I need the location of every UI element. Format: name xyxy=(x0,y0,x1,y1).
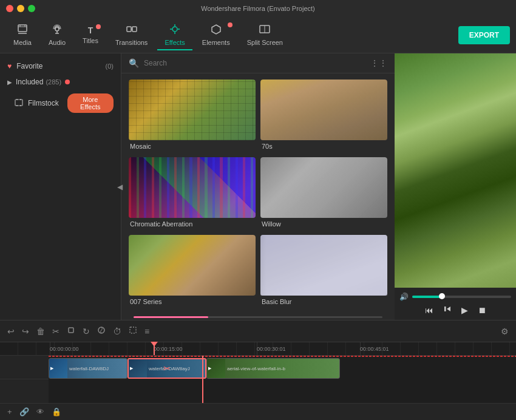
scroll-indicator xyxy=(134,316,382,318)
maximize-button[interactable] xyxy=(28,5,35,12)
media-label: Media xyxy=(13,39,32,46)
effect-thumb-chromatic xyxy=(129,157,256,218)
cut-button[interactable]: ✂ xyxy=(52,327,59,336)
svg-rect-10 xyxy=(15,100,22,106)
clip-waterfall1[interactable]: ▶ waterfall-DAW8DJ xyxy=(49,358,127,379)
rotate-button[interactable]: ↻ xyxy=(83,327,90,336)
audio-label: Audio xyxy=(49,39,66,46)
link-button[interactable]: 🔗 xyxy=(19,407,29,416)
effect-label-mosaic: Mosaic xyxy=(129,140,256,152)
effect-thumb-mosaic xyxy=(129,80,256,140)
effect-thumb-70s xyxy=(260,80,387,140)
search-input[interactable] xyxy=(144,59,365,67)
add-track-button[interactable]: + xyxy=(7,407,12,416)
speed-button[interactable]: ⏱ xyxy=(113,327,121,336)
svg-rect-0 xyxy=(18,25,27,32)
titles-label: Titles xyxy=(83,37,98,44)
ruler-time-0: 00:00:00:00 xyxy=(50,346,79,352)
effect-item-chromatic[interactable]: Chromatic Aberration xyxy=(129,157,256,230)
close-button[interactable] xyxy=(6,5,13,12)
transitions-icon xyxy=(126,24,137,37)
svg-point-1 xyxy=(55,27,59,31)
sidebar-item-included[interactable]: ▶ Included (285) xyxy=(0,74,121,90)
transform-button[interactable] xyxy=(129,326,137,336)
toolbar: Media Audio T Titles xyxy=(0,17,516,53)
effect-item-mosaic[interactable]: Mosaic xyxy=(129,80,256,152)
preview-panel: 🔊 ⏮ ▶ ⏹ xyxy=(395,53,516,320)
svg-rect-5 xyxy=(132,27,137,32)
volume-slider[interactable] xyxy=(412,296,511,298)
toolbar-item-transitions[interactable]: Transitions xyxy=(108,20,155,50)
play-button[interactable]: ▶ xyxy=(461,305,468,315)
timeline-ruler: 00:00:00:00 00:00:15:00 00:00:30:01 00:0… xyxy=(0,342,516,356)
split-screen-label: Split Screen xyxy=(247,39,283,46)
effect-item-basic-blur[interactable]: Basic Blur xyxy=(260,235,387,308)
effect-thumb-willow xyxy=(260,157,387,218)
heart-icon: ♥ xyxy=(7,62,12,70)
effect-label-70s: 70s xyxy=(260,140,387,152)
lock-button[interactable]: 🔒 xyxy=(52,407,61,416)
effect-item-willow[interactable]: Willow xyxy=(260,157,387,230)
track-labels xyxy=(0,356,49,403)
crop-button[interactable] xyxy=(67,326,75,336)
toolbar-item-split-screen[interactable]: Split Screen xyxy=(240,20,290,50)
effect-item-70s[interactable]: 70s xyxy=(260,80,387,152)
effects-panel: 🔍 ⋮⋮ Mosaic 70s xyxy=(121,53,395,320)
titles-icon: T xyxy=(88,25,93,35)
filmstock-label: Filmstock xyxy=(28,99,59,107)
ruler-time-2: 00:00:30:01 xyxy=(257,346,286,352)
grid-view-icon[interactable]: ⋮⋮ xyxy=(370,58,387,68)
svg-rect-4 xyxy=(127,27,131,32)
traffic-lights xyxy=(6,5,35,12)
sidebar-collapse-arrow[interactable]: ◀ xyxy=(117,183,127,191)
svg-marker-15 xyxy=(447,307,450,311)
eye-button[interactable]: 👁 xyxy=(36,407,44,416)
toolbar-item-media[interactable]: Media xyxy=(6,20,39,50)
more-effects-button[interactable]: More Effects xyxy=(67,93,114,113)
export-button[interactable]: EXPORT xyxy=(458,26,510,44)
toolbar-item-audio[interactable]: Audio xyxy=(41,20,73,50)
stop-button[interactable]: ⏹ xyxy=(478,305,486,315)
effect-label-chromatic: Chromatic Aberration xyxy=(129,218,256,230)
audio-icon xyxy=(52,24,63,37)
split-screen-icon xyxy=(259,24,270,37)
volume-knob xyxy=(439,293,445,299)
sidebar-item-favorite[interactable]: ♥ Favorite (0) xyxy=(0,58,121,74)
toolbar-item-effects[interactable]: Effects xyxy=(157,20,192,50)
volume-fill xyxy=(412,296,442,298)
effect-item-007[interactable]: 007 Series xyxy=(129,235,256,308)
included-label: Included xyxy=(16,78,43,86)
bottom-controls: + 🔗 👁 🔒 xyxy=(0,403,516,420)
step-back-button[interactable] xyxy=(443,305,452,315)
settings-button[interactable]: ⚙ xyxy=(501,327,509,336)
toolbar-items: Media Audio T Titles xyxy=(6,20,458,50)
ruler-time-3: 00:00:45:01 xyxy=(360,346,389,352)
app-title: Wondershare Filmora (Envato Project) xyxy=(201,5,314,12)
ruler-time-1: 00:00:15:00 xyxy=(154,346,183,352)
volume-icon: 🔊 xyxy=(399,293,409,301)
svg-rect-11 xyxy=(16,99,18,100)
delete-button[interactable]: 🗑 xyxy=(36,327,45,336)
svg-rect-19 xyxy=(130,327,136,333)
playhead[interactable] xyxy=(154,342,155,355)
volume-row: 🔊 xyxy=(399,293,511,301)
redo-button[interactable]: ↪ xyxy=(22,327,29,336)
audio-adjust-button[interactable]: ≡ xyxy=(144,327,149,336)
elements-icon xyxy=(211,24,222,37)
chevron-icon: ▶ xyxy=(7,79,12,86)
clip-waterfall2[interactable]: ▶ waterfall-DAW8ayJ ✂ xyxy=(127,358,206,379)
titles-badge xyxy=(96,24,101,29)
svg-rect-16 xyxy=(444,307,446,311)
toolbar-item-titles[interactable]: T Titles xyxy=(75,22,106,48)
rewind-button[interactable]: ⏮ xyxy=(425,305,433,315)
favorite-count: (0) xyxy=(106,63,114,70)
search-bar: 🔍 ⋮⋮ xyxy=(121,53,395,73)
included-count: (285) xyxy=(46,78,61,86)
minimize-button[interactable] xyxy=(17,5,24,12)
toolbar-item-elements[interactable]: Elements xyxy=(195,20,237,50)
color-button[interactable] xyxy=(97,326,106,336)
effects-label: Effects xyxy=(165,39,185,46)
playback-buttons: ⏮ ▶ ⏹ xyxy=(399,305,511,315)
undo-button[interactable]: ↩ xyxy=(7,327,15,336)
clip-aerial[interactable]: ▶ aerial-view-of-waterfall-in-b xyxy=(206,358,340,379)
